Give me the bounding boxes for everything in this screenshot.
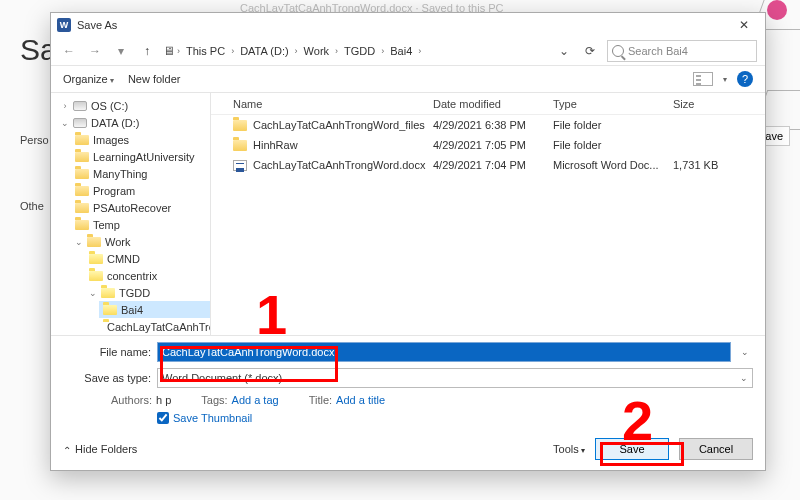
folder-icon — [233, 140, 247, 151]
address-dropdown[interactable]: ⌄ — [555, 44, 573, 58]
filename-dropdown-icon[interactable]: ⌄ — [737, 347, 753, 357]
tree-folder[interactable]: Temp — [71, 216, 210, 233]
col-type[interactable]: Type — [553, 98, 673, 110]
title-value[interactable]: Add a title — [336, 394, 385, 406]
refresh-button[interactable]: ⟳ — [579, 44, 601, 58]
filename-label: File name: — [63, 346, 151, 358]
tree-folder-work[interactable]: ⌄Work — [71, 233, 210, 250]
chevron-right-icon: › — [381, 46, 384, 56]
hide-folders-toggle[interactable]: Hide Folders — [63, 443, 137, 455]
tree-folder[interactable]: PSAutoRecover — [71, 199, 210, 216]
tags-value[interactable]: Add a tag — [232, 394, 279, 406]
tree-folder[interactable]: ManyThing — [71, 165, 210, 182]
save-as-dialog: W Save As ✕ ← → ▾ ↑ 🖥 › This PC › DATA (… — [50, 12, 766, 471]
folder-icon — [75, 169, 89, 179]
filename-input[interactable] — [157, 342, 731, 362]
search-icon — [612, 45, 624, 57]
tree-drive-d[interactable]: ⌄DATA (D:) — [57, 114, 210, 131]
tree-folder-tgdd[interactable]: ⌄TGDD — [85, 284, 210, 301]
metadata-row: Authors:h p Tags:Add a tag Title:Add a t… — [63, 394, 753, 406]
drive-icon — [73, 118, 87, 128]
crumb-work[interactable]: Work — [300, 43, 333, 59]
chevron-right-icon: › — [177, 46, 180, 56]
word-doc-icon — [233, 160, 247, 171]
bg-section-personal: Perso — [20, 134, 49, 146]
save-button[interactable]: Save — [595, 438, 669, 460]
tree-drive-c[interactable]: ›OS (C:) — [57, 97, 210, 114]
titlebar: W Save As ✕ — [51, 13, 765, 37]
file-list: Name Date modified Type Size CachLayTatC… — [211, 93, 765, 335]
tree-folder-selected[interactable]: Bai4 — [99, 301, 210, 318]
chevron-right-icon: › — [335, 46, 338, 56]
pc-icon: 🖥 — [163, 44, 175, 58]
folder-icon — [75, 152, 89, 162]
breadcrumb[interactable]: 🖥 › This PC › DATA (D:) › Work › TGDD › … — [163, 43, 421, 59]
title-label: Title: — [309, 394, 332, 406]
dialog-body: ›OS (C:) ⌄DATA (D:) Images LearningAtUni… — [51, 93, 765, 335]
nav-forward-button: → — [85, 41, 105, 61]
file-row[interactable]: CachLayTatCaAnhTrongWord.docx 4/29/2021 … — [211, 155, 765, 175]
view-dropdown-icon[interactable]: ▾ — [723, 75, 727, 84]
word-icon: W — [57, 18, 71, 32]
tree-folder[interactable]: Images — [71, 131, 210, 148]
tree-folder[interactable]: CMND — [85, 250, 210, 267]
file-row[interactable]: CachLayTatCaAnhTrongWord_files 4/29/2021… — [211, 115, 765, 135]
folder-icon — [103, 305, 117, 315]
tree-folder[interactable]: concentrix — [85, 267, 210, 284]
save-thumbnail-label: Save Thumbnail — [173, 412, 252, 424]
crumb-this-pc[interactable]: This PC — [182, 43, 229, 59]
folder-icon — [75, 203, 89, 213]
nav-row: ← → ▾ ↑ 🖥 › This PC › DATA (D:) › Work ›… — [51, 37, 765, 65]
dialog-footer: Hide Folders Tools Save Cancel — [51, 432, 765, 470]
folder-icon — [101, 288, 115, 298]
dialog-title: Save As — [77, 19, 117, 31]
file-row[interactable]: HinhRaw 4/29/2021 7:05 PM File folder — [211, 135, 765, 155]
chevron-down-icon: ⌄ — [740, 373, 748, 383]
savetype-dropdown[interactable]: Word Document (*.docx) ⌄ — [157, 368, 753, 388]
crumb-bai4[interactable]: Bai4 — [386, 43, 416, 59]
help-button[interactable]: ? — [737, 71, 753, 87]
new-folder-button[interactable]: New folder — [128, 73, 181, 85]
savetype-label: Save as type: — [63, 372, 151, 384]
folder-icon — [87, 237, 101, 247]
column-headers[interactable]: Name Date modified Type Size — [211, 93, 765, 115]
crumb-drive[interactable]: DATA (D:) — [236, 43, 292, 59]
savetype-value: Word Document (*.docx) — [162, 372, 282, 384]
nav-up-button[interactable]: ↑ — [137, 41, 157, 61]
col-date[interactable]: Date modified — [433, 98, 553, 110]
close-button[interactable]: ✕ — [729, 16, 759, 34]
chevron-right-icon: › — [418, 46, 421, 56]
tree-folder[interactable]: CachLayTatCaAnhTro — [99, 318, 210, 335]
organize-menu[interactable]: Organize — [63, 73, 114, 85]
folder-icon — [89, 271, 103, 281]
authors-label: Authors: — [111, 394, 152, 406]
save-thumbnail-input[interactable] — [157, 412, 169, 424]
drive-icon — [73, 101, 87, 111]
folder-icon — [75, 220, 89, 230]
form-area: File name: ⌄ Save as type: Word Document… — [51, 335, 765, 432]
view-options-button[interactable] — [693, 72, 713, 86]
folder-icon — [89, 254, 103, 264]
save-thumbnail-checkbox[interactable]: Save Thumbnail — [157, 412, 753, 424]
chevron-right-icon: › — [295, 46, 298, 56]
toolbar: Organize New folder ▾ ? — [51, 65, 765, 93]
search-input[interactable]: Search Bai4 — [607, 40, 757, 62]
col-size[interactable]: Size — [673, 98, 753, 110]
bg-section-other: Othe — [20, 200, 44, 212]
folder-icon — [233, 120, 247, 131]
folder-icon — [75, 135, 89, 145]
tags-label: Tags: — [201, 394, 227, 406]
nav-recent-dropdown[interactable]: ▾ — [111, 41, 131, 61]
col-name[interactable]: Name — [233, 98, 433, 110]
folder-tree[interactable]: ›OS (C:) ⌄DATA (D:) Images LearningAtUni… — [51, 93, 211, 335]
tools-menu[interactable]: Tools — [553, 443, 585, 455]
tree-folder[interactable]: LearningAtUniversity — [71, 148, 210, 165]
chevron-right-icon: › — [231, 46, 234, 56]
cancel-button[interactable]: Cancel — [679, 438, 753, 460]
authors-value[interactable]: h p — [156, 394, 171, 406]
search-placeholder: Search Bai4 — [628, 45, 688, 57]
folder-icon — [75, 186, 89, 196]
nav-back-button[interactable]: ← — [59, 41, 79, 61]
tree-folder[interactable]: Program — [71, 182, 210, 199]
crumb-tgdd[interactable]: TGDD — [340, 43, 379, 59]
